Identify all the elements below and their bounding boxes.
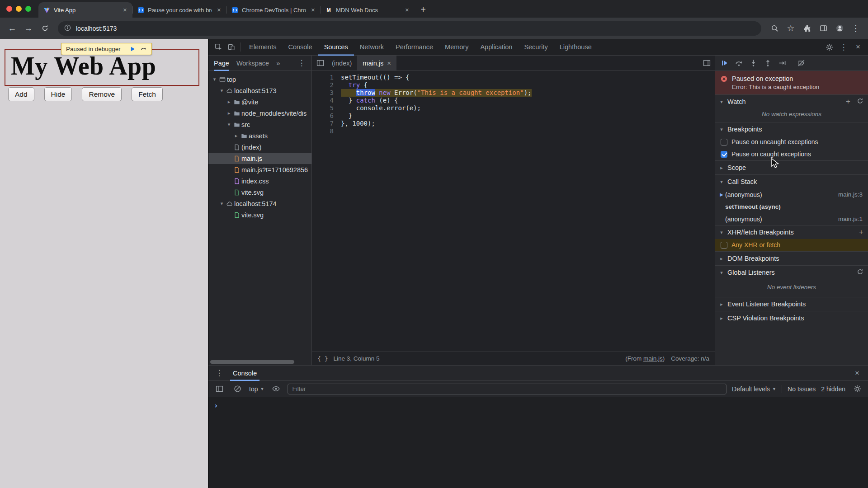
breakpoint-toggle-row[interactable]: Pause on caught exceptions [715,148,868,160]
back-button[interactable]: ← [5,21,20,36]
chevron-down-icon[interactable]: ▾ [218,88,225,94]
file-tree-item[interactable]: ▾src [208,119,311,130]
global-listeners-header[interactable]: ▾ Global Listeners [715,266,868,279]
devtools-tab-security[interactable]: Security [518,39,553,56]
watch-section-header[interactable]: ▾ Watch + [715,95,868,108]
minimize-window-button[interactable] [16,6,22,12]
address-bar[interactable]: localhost:5173 [58,21,761,36]
add-button[interactable]: Add [8,87,34,101]
code-text[interactable]: }, 1000); [341,120,375,127]
step-over-icon[interactable] [140,46,147,52]
close-drawer-icon[interactable]: × [851,367,863,380]
console-sidebar-icon[interactable] [213,383,226,395]
drawer-menu-icon[interactable]: ⋮ [213,367,226,380]
file-tree-item[interactable]: ▾localhost:5174 [208,198,311,209]
console-settings-gear-icon[interactable] [851,383,863,395]
forward-button[interactable]: → [21,21,36,36]
code-text[interactable]: try { [341,81,368,89]
scope-section-header[interactable]: ▸ Scope [715,161,868,174]
console-filter-input[interactable] [288,384,726,394]
browser-tab[interactable]: MMDN Web Docs× [321,2,415,18]
file-tree-item[interactable]: vite.svg [208,187,311,198]
sources-nav-tab-page[interactable]: Page [214,56,229,71]
refresh-watch-icon[interactable] [857,98,863,106]
code-text[interactable]: throw new Error("This is a caught except… [341,89,532,97]
devtools-menu-icon[interactable]: ⋮ [837,41,850,53]
deactivate-breakpoints-icon[interactable] [795,57,807,70]
browser-tab[interactable]: Chrome DevTools | Chrome f× [226,2,321,18]
devtools-tab-elements[interactable]: Elements [243,39,282,56]
file-tree-item[interactable]: vite.svg [208,209,311,221]
line-number[interactable]: 8 [312,127,341,135]
browser-tab[interactable]: Pause your code with breakp× [132,2,226,18]
add-watch-icon[interactable]: + [846,97,850,106]
step-icon[interactable] [776,57,788,70]
call-stack-section-header[interactable]: ▾ Call Stack [715,175,868,188]
remove-button[interactable]: Remove [82,87,122,101]
console-prompt-chevron[interactable]: › [214,401,218,410]
line-number[interactable]: 7 [312,120,341,127]
file-tree-item[interactable]: ▸assets [208,130,311,141]
file-tree-item[interactable]: main.js?t=1710692856 [208,164,311,175]
editor-tab[interactable]: (index) [326,56,357,71]
chevron-down-icon[interactable]: ▾ [218,201,225,206]
chevron-down-icon[interactable]: ▾ [211,76,218,82]
toggle-debugger-sidebar-icon[interactable] [700,57,713,70]
step-into-icon[interactable] [747,57,760,70]
tab-close-icon[interactable]: × [121,6,129,14]
line-number[interactable]: 3 [312,89,341,97]
dom-breakpoints-header[interactable]: ▸ DOM Breakpoints [715,252,868,265]
breakpoint-toggle-row[interactable]: Pause on uncaught exceptions [715,136,868,148]
browser-menu-icon[interactable]: ⋮ [848,21,863,36]
line-number[interactable]: 1 [312,74,341,81]
tab-close-icon[interactable]: × [215,6,223,14]
event-listener-breakpoints-header[interactable]: ▸ Event Listener Breakpoints [715,297,868,311]
file-tree-item[interactable]: ▾localhost:5173 [208,85,311,96]
pretty-print-icon[interactable]: { } [317,355,328,362]
source-file-link[interactable]: main.js [643,355,663,362]
add-xhr-breakpoint-icon[interactable]: + [859,228,863,237]
horizontal-scrollbar[interactable] [209,360,311,364]
log-levels-dropdown[interactable]: Default levels ▼ [732,385,776,393]
devtools-tab-console[interactable]: Console [282,39,318,56]
call-stack-frame[interactable]: (anonymous)main.js:1 [715,213,868,225]
bookmark-star-icon[interactable]: ☆ [783,21,798,36]
console-output[interactable]: › [208,397,868,488]
close-icon[interactable]: × [387,59,391,67]
browser-tab[interactable]: Vite App× [38,2,132,18]
chevron-right-icon[interactable]: ▸ [233,133,240,139]
issues-counter[interactable]: No Issues [788,385,816,393]
file-tree-item[interactable]: ▾top [208,74,311,85]
line-number[interactable]: 5 [312,104,341,112]
checkbox[interactable] [721,139,727,145]
zoom-icon[interactable] [767,21,782,36]
side-panel-icon[interactable] [816,21,831,36]
line-number[interactable]: 4 [312,97,341,104]
devtools-tab-sources[interactable]: Sources [318,39,354,56]
file-tree-item[interactable]: ▸node_modules/vite/dis [208,108,311,119]
tab-close-icon[interactable]: × [403,6,411,14]
clear-console-icon[interactable] [231,383,244,395]
call-stack-frame[interactable]: ▶(anonymous)main.js:3 [715,188,868,201]
call-stack-frame[interactable]: setTimeout (async) [715,201,868,213]
editor-tab[interactable]: main.js× [357,56,396,71]
tab-close-icon[interactable]: × [309,6,317,14]
step-over-icon[interactable] [732,57,745,70]
file-tree-item[interactable]: (index) [208,141,311,153]
new-tab-button[interactable]: + [416,3,430,16]
breakpoints-section-header[interactable]: ▾ Breakpoints [715,122,868,136]
csp-violation-breakpoints-header[interactable]: ▸ CSP Violation Breakpoints [715,311,868,325]
devtools-tab-application[interactable]: Application [474,39,518,56]
toggle-navigator-icon[interactable] [314,57,326,70]
live-expression-eye-icon[interactable] [269,383,282,395]
fetch-button[interactable]: Fetch [132,87,163,101]
resume-script-icon[interactable] [129,46,136,52]
sources-nav-tab-workspace[interactable]: Workspace [236,56,269,71]
reload-button[interactable] [37,21,52,36]
close-devtools-icon[interactable]: × [852,41,864,53]
chevron-down-icon[interactable]: ▾ [226,122,232,127]
file-tree-item[interactable]: ▸@vite [208,96,311,108]
code-text[interactable]: setTimeout(() => { [341,74,410,81]
close-window-button[interactable] [6,6,12,12]
more-tabs-icon[interactable]: » [276,59,280,67]
